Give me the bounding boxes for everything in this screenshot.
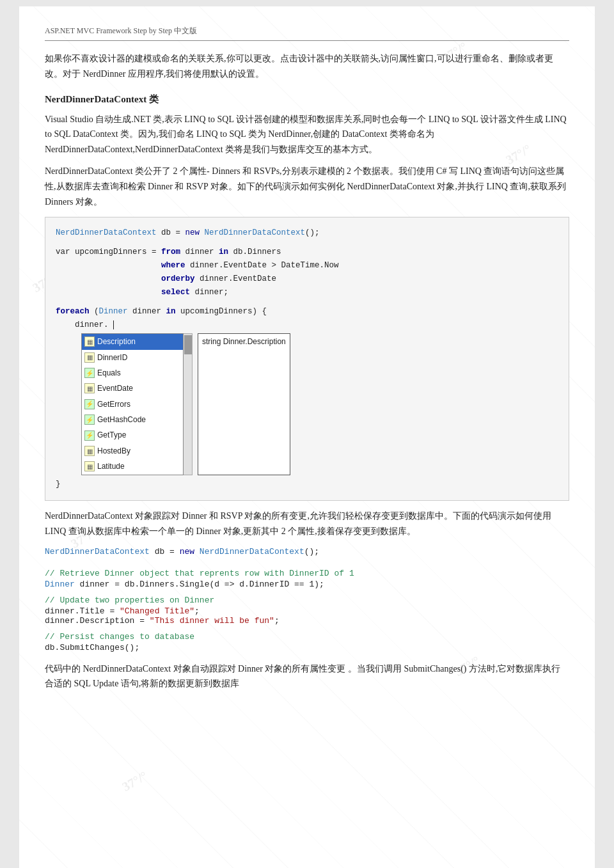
ac-item-latitude[interactable]: ▦ Latitude: [82, 459, 183, 474]
code-retrieve-line: Dinner dinner = db.Dinners.Single(d => d…: [45, 580, 569, 589]
ac-icon-prop-hostedby: ▦: [84, 446, 95, 456]
ac-item-hostedby[interactable]: ▦ HostedBy: [82, 443, 183, 459]
code-inline-db: NerdDinnerDataContext db = new NerdDinne…: [45, 545, 569, 559]
ac-label-geterrors: GetErrors: [97, 398, 130, 411]
ac-icon-method-equals: ⚡: [84, 368, 95, 378]
autocomplete-tooltip: string Dinner.Description: [198, 333, 290, 475]
ac-item-dinnerid[interactable]: ▦ DinnerID: [82, 350, 183, 365]
ac-icon-method-gettype: ⚡: [84, 430, 95, 441]
ac-item-description[interactable]: ▦ Description: [82, 334, 183, 349]
code-line-3: where dinner.EventDate > DateTime.Now: [56, 259, 558, 272]
ac-label-eventdate: EventDate: [97, 382, 133, 395]
header-title: ASP.NET MVC Framework Step by Step 中文版: [45, 26, 197, 35]
ac-item-gettype[interactable]: ⚡ GetType: [82, 427, 183, 443]
comment-retrieve: // Retrieve Dinner object that reprents …: [45, 569, 569, 578]
comment-update: // Update two properties on Dinner: [45, 596, 569, 605]
code-update-desc: dinner.Description = "This dinner will b…: [45, 616, 569, 626]
ac-icon-prop-description: ▦: [84, 336, 95, 347]
ac-label-gethashcode: GetHashCode: [97, 413, 146, 426]
code-line-8: }: [56, 478, 558, 491]
section1-title: NerdDinnerDataContext 类: [45, 93, 569, 106]
code-block-1: NerdDinnerDataContext db = new NerdDinne…: [45, 217, 569, 501]
ac-label-gettype: GetType: [97, 429, 126, 441]
code-line-4: orderby dinner.EventDate: [56, 272, 558, 286]
ac-icon-prop-dinnerid: ▦: [84, 352, 95, 363]
ac-label-hostedby: HostedBy: [97, 445, 130, 457]
watermark-7: 37°/°: [120, 768, 150, 794]
code-line-1: NerdDinnerDataContext db = new NerdDinne…: [56, 226, 558, 240]
ac-label-dinnerid: DinnerID: [97, 351, 127, 364]
paragraph-4: NerdDinnerDataContext 对象跟踪对 Dinner 和 RSV…: [45, 509, 569, 539]
code-line-5: select dinner;: [56, 286, 558, 299]
ac-label-equals: Equals: [97, 367, 121, 379]
autocomplete-popup: ▦ Description ▦ DinnerID ⚡ Equals ▦ Even…: [81, 333, 558, 475]
ac-icon-method-gethashcode: ⚡: [84, 414, 95, 425]
autocomplete-scrollbar[interactable]: [184, 333, 193, 475]
ac-item-equals[interactable]: ⚡ Equals: [82, 365, 183, 381]
code-block-3: // Retrieve Dinner object that reprents …: [45, 569, 569, 652]
ac-label-latitude: Latitude: [97, 460, 125, 473]
comment-persist: // Persist changes to database: [45, 632, 569, 642]
ac-label-description: Description: [97, 335, 136, 348]
paragraph-5: 代码中的 NerdDinnerDataContext 对象自动跟踪对 Dinne…: [45, 661, 569, 692]
code-update-title: dinner.Title = "Changed Title";: [45, 606, 569, 616]
code-line-6: foreach (Dinner dinner in upcomingDinner…: [56, 305, 558, 319]
paragraph-3: NerdDinnerDataContext 类公开了 2 个属性- Dinner…: [45, 164, 569, 209]
code-line-2: var upcomingDinners = from dinner in db.…: [56, 246, 558, 259]
autocomplete-list[interactable]: ▦ Description ▦ DinnerID ⚡ Equals ▦ Even…: [81, 333, 184, 475]
paragraph-2: Visual Studio 自动生成.NET 类,表示 LINQ to SQL …: [45, 112, 569, 157]
ac-icon-prop-eventdate: ▦: [84, 383, 95, 393]
header-line: ASP.NET MVC Framework Step by Step 中文版: [45, 26, 569, 41]
code-submit: db.SubmitChanges();: [45, 643, 569, 652]
scrollbar-thumb: [184, 335, 192, 354]
paragraph-1: 如果你不喜欢设计器的建模或命名的关联关系,你可以更改。点击设计器中的关联箭头,访…: [45, 51, 569, 82]
ac-item-gethashcode[interactable]: ⚡ GetHashCode: [82, 412, 183, 427]
ac-item-geterrors[interactable]: ⚡ GetErrors: [82, 397, 183, 412]
ac-icon-method-geterrors: ⚡: [84, 399, 95, 409]
ac-icon-prop-latitude: ▦: [84, 461, 95, 471]
code-line-7: dinner.: [56, 319, 558, 332]
ac-item-eventdate[interactable]: ▦ EventDate: [82, 381, 183, 396]
